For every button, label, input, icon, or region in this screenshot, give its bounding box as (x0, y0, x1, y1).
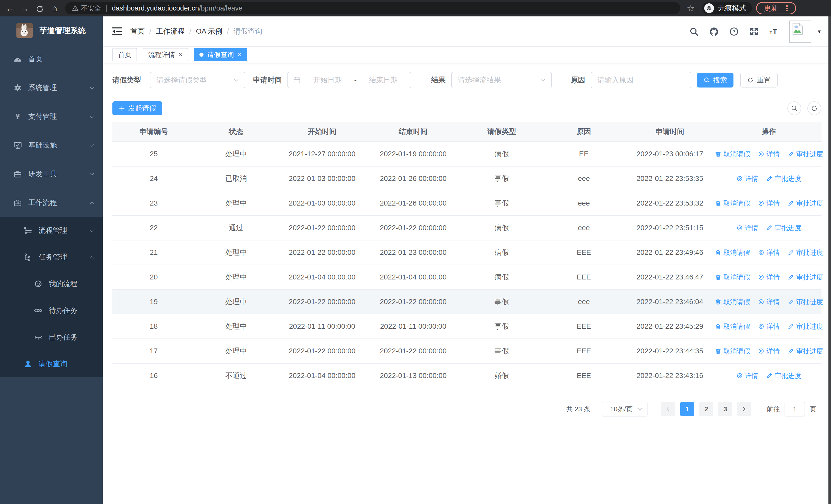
end-date-placeholder[interactable]: 结束日期 (361, 75, 405, 85)
close-icon[interactable]: × (179, 51, 182, 58)
detail-action-link[interactable]: 详情 (758, 150, 780, 158)
progress-action-link[interactable]: 审批进度 (787, 199, 823, 208)
sidebar-item-system-mgmt[interactable]: 系统管理 (0, 73, 103, 102)
refresh-table-button[interactable] (807, 101, 821, 115)
sidebar-item-process-mgmt[interactable]: 流程管理 (0, 217, 103, 244)
page-size-select[interactable]: 10条/页 (602, 402, 648, 416)
breadcrumb-workflow[interactable]: 工作流程 (156, 26, 185, 36)
help-icon[interactable]: ? (729, 27, 739, 36)
cancel-action-link[interactable]: 取消请假 (715, 150, 750, 158)
sidebar-item-payment-mgmt[interactable]: ¥支付管理 (0, 102, 103, 131)
create-leave-button[interactable]: 发起请假 (112, 101, 162, 115)
url-bar[interactable]: 不安全 dashboard.yudao.iocoder.cn/bpm/oa/le… (65, 2, 680, 14)
reason-input[interactable]: 请输入原因 (591, 72, 691, 88)
tab-流程详情[interactable]: 流程详情× (143, 48, 188, 61)
cancel-action-link[interactable]: 取消请假 (715, 347, 750, 356)
table-row[interactable]: 25处理中2021-12-27 00:00:002022-01-19 00:00… (112, 142, 822, 166)
reset-button[interactable]: 重置 (740, 72, 778, 88)
progress-action-link[interactable]: 审批进度 (766, 371, 801, 380)
action-label: 详情 (767, 150, 780, 158)
table-header-row: 申请编号状态开始时间结束时间请假类型原因申请时间操作 (112, 122, 822, 142)
apply-time-range-picker[interactable]: 开始日期 - 结束日期 (287, 72, 411, 88)
url-host: dashboard.yudao.iocoder.cn (112, 4, 199, 12)
page-button-3[interactable]: 3 (718, 402, 732, 416)
table-row[interactable]: 16不通过2022-01-04 00:00:002022-01-13 00:00… (112, 363, 822, 388)
column-header: 原因 (544, 122, 624, 142)
update-button[interactable]: 更新 ⋮ (756, 2, 796, 14)
sidebar-item-workflow[interactable]: 工作流程 (0, 188, 103, 217)
home-icon[interactable]: ⌂ (47, 3, 62, 13)
detail-action-link[interactable]: 详情 (758, 322, 780, 331)
detail-action-link[interactable]: 详情 (758, 273, 780, 282)
table-row[interactable]: 24已取消2022-01-03 00:00:002022-01-26 00:00… (112, 166, 822, 191)
breadcrumb-separator: / (190, 27, 192, 35)
cancel-action-link[interactable]: 取消请假 (715, 199, 750, 208)
collapse-sidebar-icon[interactable] (112, 27, 122, 36)
sidebar-item-leave-query[interactable]: 请假查询 (0, 351, 103, 377)
table-row[interactable]: 20处理中2022-01-04 00:00:002022-01-04 00:00… (112, 265, 822, 290)
sidebar-item-my-process[interactable]: 我的流程 (0, 270, 103, 297)
table-row[interactable]: 22通过2022-01-22 00:00:002022-01-22 00:00:… (112, 215, 822, 240)
sidebar-item-todo-tasks[interactable]: 待办任务 (0, 297, 103, 324)
security-warning[interactable]: 不安全 (72, 4, 101, 13)
prev-page-button[interactable] (661, 402, 675, 416)
back-icon[interactable]: ← (3, 3, 18, 13)
tab-请假查询[interactable]: 请假查询× (194, 48, 247, 61)
progress-action-link[interactable]: 审批进度 (787, 150, 823, 158)
forward-icon[interactable]: → (18, 3, 32, 13)
font-size-icon[interactable]: TT (769, 27, 779, 36)
detail-action-link[interactable]: 详情 (736, 174, 758, 183)
goto-page-input[interactable]: 1 (784, 402, 805, 416)
progress-action-link[interactable]: 审批进度 (766, 174, 801, 183)
avatar[interactable] (789, 21, 811, 42)
search-button[interactable]: 搜索 (697, 72, 734, 88)
cancel-action-link[interactable]: 取消请假 (715, 297, 750, 306)
next-page-button[interactable] (737, 402, 751, 416)
logo[interactable]: 芋道管理系统 (0, 17, 103, 45)
progress-action-link[interactable]: 审批进度 (787, 347, 823, 356)
cancel-action-link[interactable]: 取消请假 (715, 248, 750, 257)
detail-action-link[interactable]: 详情 (758, 347, 780, 356)
sidebar-item-task-mgmt[interactable]: 任务管理 (0, 244, 103, 270)
browser-menu-icon[interactable]: ⋮ (783, 4, 791, 13)
progress-action-link[interactable]: 审批进度 (766, 224, 801, 233)
progress-action-link[interactable]: 审批进度 (787, 248, 823, 257)
progress-action-link[interactable]: 审批进度 (787, 297, 823, 306)
search-icon[interactable] (689, 27, 699, 36)
reload-icon[interactable] (32, 3, 47, 13)
detail-action-link[interactable]: 详情 (758, 297, 780, 306)
start-date-placeholder[interactable]: 开始日期 (306, 75, 349, 85)
close-icon[interactable]: × (237, 51, 241, 58)
detail-action-link[interactable]: 详情 (758, 199, 780, 208)
sidebar-item-done-tasks[interactable]: 已办任务 (0, 324, 103, 351)
table-row[interactable]: 17处理中2022-01-22 00:00:002022-01-22 00:00… (112, 339, 822, 363)
cancel-action-link[interactable]: 取消请假 (715, 322, 750, 331)
bookmark-star-icon[interactable]: ☆ (687, 3, 694, 13)
fullscreen-icon[interactable] (749, 27, 759, 36)
github-icon[interactable] (709, 27, 719, 36)
breadcrumb-oa[interactable]: OA 示例 (196, 26, 223, 36)
cancel-action-link[interactable]: 取消请假 (715, 273, 750, 282)
chevron-down-icon (89, 142, 95, 148)
table-row[interactable]: 23处理中2022-01-03 00:00:002022-01-26 00:00… (112, 191, 822, 215)
breadcrumb-home[interactable]: 首页 (131, 26, 145, 36)
detail-action-link[interactable]: 详情 (736, 224, 758, 233)
page-button-1[interactable]: 1 (680, 402, 694, 416)
chevron-down-icon[interactable]: ▾ (818, 28, 821, 35)
result-select[interactable]: 请选择流结果 (451, 72, 552, 88)
sidebar-item-infrastructure[interactable]: 基础设施 (0, 131, 103, 159)
detail-action-link[interactable]: 详情 (758, 248, 780, 257)
browser-scrollbar[interactable] (828, 17, 831, 504)
leave-type-select[interactable]: 请选择请假类型 (150, 72, 245, 88)
table-row[interactable]: 21处理中2022-01-22 00:00:002022-01-23 00:00… (112, 240, 822, 265)
sidebar-item-dev-tools[interactable]: 研发工具 (0, 159, 103, 188)
table-row[interactable]: 19处理中2022-01-22 00:00:002022-01-22 00:00… (112, 290, 822, 314)
hide-search-button[interactable] (787, 101, 801, 115)
table-row[interactable]: 18处理中2022-01-11 00:00:002022-01-11 00:00… (112, 314, 822, 339)
tab-首页[interactable]: 首页 (112, 48, 137, 61)
progress-action-link[interactable]: 审批进度 (787, 273, 823, 282)
sidebar-item-home[interactable]: 首页 (0, 45, 103, 73)
detail-action-link[interactable]: 详情 (736, 371, 758, 380)
progress-action-link[interactable]: 审批进度 (787, 322, 823, 331)
page-button-2[interactable]: 2 (699, 402, 713, 416)
